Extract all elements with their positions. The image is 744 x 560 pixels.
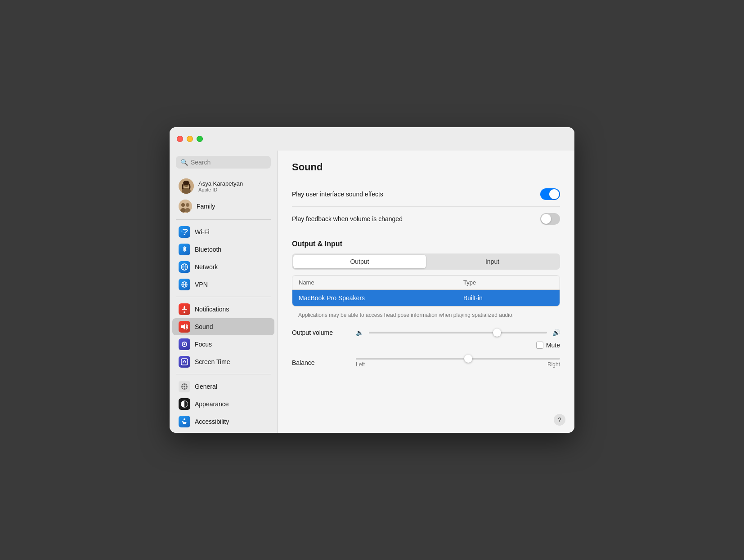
user-apple-id: Apple ID <box>198 187 243 192</box>
spatial-note: Applications may be able to access head … <box>292 308 560 324</box>
setting-row-ui-sounds: Play user interface sound effects <box>292 182 560 207</box>
setting-label-ui-sounds: Play user interface sound effects <box>292 191 383 198</box>
user-info: Asya Karapetyan Apple ID <box>198 180 243 192</box>
general-icon <box>179 381 190 392</box>
sidebar-item-bluetooth[interactable]: Bluetooth <box>172 241 274 258</box>
wifi-icon <box>179 226 190 238</box>
minimize-button[interactable] <box>187 136 193 142</box>
sidebar-item-general[interactable]: General <box>172 378 274 395</box>
output-volume-label: Output volume <box>292 329 350 336</box>
setting-row-feedback-volume: Play feedback when volume is changed <box>292 207 560 231</box>
balance-labels: Left Right <box>356 361 560 368</box>
device-type: Built-in <box>463 294 553 302</box>
screentime-icon <box>179 356 190 368</box>
svg-marker-16 <box>181 324 185 329</box>
close-button[interactable] <box>177 136 183 142</box>
maximize-button[interactable] <box>197 136 203 142</box>
balance-slider-container: Left Right <box>356 358 560 368</box>
network-icon <box>179 261 190 273</box>
sidebar-item-screentime[interactable]: Screen Time <box>172 353 274 370</box>
mute-label: Mute <box>546 342 560 349</box>
col-header-type: Type <box>463 279 553 286</box>
tab-input[interactable]: Input <box>426 255 559 268</box>
svg-rect-15 <box>184 311 185 313</box>
bluetooth-icon <box>179 244 190 255</box>
mute-checkbox[interactable] <box>536 342 543 349</box>
volume-low-icon: 🔈 <box>356 329 363 336</box>
svg-point-6 <box>186 203 189 207</box>
avatar <box>179 178 194 194</box>
device-name: MacBook Pro Speakers <box>299 294 463 302</box>
col-header-name: Name <box>299 279 463 286</box>
separator-3 <box>176 374 271 374</box>
svg-point-5 <box>181 203 185 207</box>
sidebar-item-accessibility[interactable]: Accessibility <box>172 413 274 430</box>
separator-1 <box>176 219 271 220</box>
help-button[interactable]: ? <box>554 414 565 426</box>
toggle-ui-sounds[interactable] <box>540 188 560 200</box>
sidebar-item-label: General <box>195 383 217 390</box>
sidebar-item-label: Sound <box>195 323 213 330</box>
family-icon <box>179 200 192 213</box>
sidebar-item-wifi[interactable]: Wi-Fi <box>172 223 274 240</box>
svg-point-8 <box>185 208 190 213</box>
balance-row: Balance Left Right <box>292 352 560 373</box>
main-content: Sound Play user interface sound effects … <box>278 127 574 433</box>
svg-point-19 <box>184 386 185 387</box>
sidebar-item-sound[interactable]: Sound <box>172 318 274 335</box>
sidebar-item-notifications[interactable]: Notifications <box>172 301 274 318</box>
sidebar-item-network[interactable]: Network <box>172 258 274 276</box>
help-icon: ? <box>558 416 561 423</box>
volume-thumb[interactable] <box>493 329 501 337</box>
vpn-icon <box>179 279 190 290</box>
sidebar-item-label: Appearance <box>195 400 229 408</box>
balance-thumb[interactable] <box>464 355 472 363</box>
sidebar-item-label: VPN <box>195 281 208 288</box>
user-name: Asya Karapetyan <box>198 180 243 187</box>
sidebar-item-label: Accessibility <box>195 418 229 425</box>
settings-window: 🔍 Asya Karapetyan Apple ID <box>170 127 574 433</box>
search-input[interactable] <box>191 159 266 166</box>
table-header: Name Type <box>292 276 560 290</box>
sidebar-item-appearance[interactable]: Appearance <box>172 396 274 413</box>
focus-icon <box>179 338 190 350</box>
volume-high-icon: 🔊 <box>552 329 560 336</box>
toggle-feedback-volume[interactable] <box>540 213 560 225</box>
page-title: Sound <box>292 161 560 173</box>
sidebar-item-label: Screen Time <box>195 358 230 365</box>
balance-right-label: Right <box>547 361 560 368</box>
balance-left-label: Left <box>356 361 365 368</box>
svg-point-25 <box>181 401 188 407</box>
sidebar-item-label: Notifications <box>195 306 229 313</box>
toggle-knob <box>541 214 551 224</box>
output-volume-slider[interactable] <box>369 332 547 333</box>
sidebar-item-focus[interactable]: Focus <box>172 336 274 353</box>
sound-icon <box>179 321 190 333</box>
traffic-lights <box>177 136 203 142</box>
sidebar-item-label: Wi-Fi <box>195 228 210 236</box>
sidebar-item-label: Family <box>197 203 215 210</box>
sidebar-item-family[interactable]: Family <box>172 197 274 216</box>
sidebar-item-label: Focus <box>195 341 212 348</box>
accessibility-icon <box>179 416 190 427</box>
search-icon: 🔍 <box>180 159 188 166</box>
svg-point-26 <box>184 418 185 420</box>
settings-panel: Play user interface sound effects Play f… <box>292 182 560 231</box>
mute-row: Mute <box>292 342 560 352</box>
sidebar: 🔍 Asya Karapetyan Apple ID <box>170 127 278 433</box>
setting-label-feedback-volume: Play feedback when volume is changed <box>292 215 403 222</box>
balance-slider[interactable] <box>356 358 560 360</box>
search-bar[interactable]: 🔍 <box>176 156 271 169</box>
table-row[interactable]: MacBook Pro Speakers Built-in <box>292 290 560 306</box>
separator-2 <box>176 297 271 297</box>
device-table: Name Type MacBook Pro Speakers Built-in <box>292 275 560 307</box>
appearance-icon <box>179 398 190 410</box>
user-profile-item[interactable]: Asya Karapetyan Apple ID <box>172 176 274 196</box>
toggle-knob <box>549 189 559 199</box>
balance-label: Balance <box>292 359 350 366</box>
sidebar-item-vpn[interactable]: VPN <box>172 276 274 293</box>
notifications-icon <box>179 303 190 315</box>
tab-output[interactable]: Output <box>293 255 426 268</box>
output-input-tab-bar: Output Input <box>292 253 560 270</box>
sidebar-item-label: Network <box>195 263 218 271</box>
